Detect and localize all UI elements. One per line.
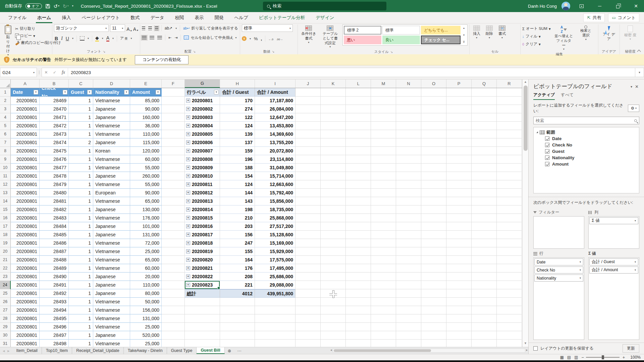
grid-cell[interactable]: [346, 138, 371, 147]
grid-cell[interactable]: [162, 122, 185, 130]
table-cell[interactable]: 1: [69, 306, 93, 314]
grid-cell[interactable]: [396, 239, 421, 247]
pivot-value-cell[interactable]: 176: [220, 264, 255, 273]
grid-cell[interactable]: [371, 105, 396, 113]
grid-cell[interactable]: [162, 88, 185, 97]
grid-cell[interactable]: [396, 197, 421, 205]
grid-cell[interactable]: [396, 264, 421, 273]
table-cell[interactable]: 28486: [40, 239, 69, 247]
grid-cell[interactable]: [396, 323, 421, 331]
underline-button[interactable]: U: [66, 36, 69, 41]
grid-cell[interactable]: [371, 323, 396, 331]
row-header-21[interactable]: 21: [0, 256, 11, 264]
row-header-18[interactable]: 18: [0, 231, 11, 239]
grid-cell[interactable]: [472, 130, 497, 138]
fill-color-button[interactable]: ◆: [95, 35, 99, 42]
table-cell[interactable]: Japanese: [93, 273, 130, 281]
table-cell[interactable]: Vietnamese: [93, 323, 130, 331]
grid-cell[interactable]: [185, 340, 220, 347]
grid-cell[interactable]: [371, 197, 396, 205]
grid-cell[interactable]: [371, 88, 396, 97]
grid-cell[interactable]: [446, 189, 472, 197]
row-header-6[interactable]: 6: [0, 130, 11, 138]
grid-cell[interactable]: [446, 331, 472, 340]
table-cell[interactable]: 1: [69, 281, 93, 289]
row-header-25[interactable]: 25: [0, 289, 11, 298]
grid-cell[interactable]: [321, 231, 346, 239]
pivot-value-cell[interactable]: 14,369,600: [255, 130, 296, 138]
grid-cell[interactable]: [296, 138, 321, 147]
dialog-launcher-icon[interactable]: ↘: [39, 58, 42, 62]
pivot-filter-dropdown-icon[interactable]: ▾: [214, 90, 219, 95]
grid-cell[interactable]: [396, 222, 421, 231]
row-header-13[interactable]: 13: [0, 189, 11, 197]
table-cell[interactable]: 90,000: [130, 189, 162, 197]
grid-cell[interactable]: [296, 180, 321, 189]
table-cell[interactable]: Vietnamese: [93, 239, 130, 247]
grid-cell[interactable]: [321, 298, 346, 306]
grid-cell[interactable]: [220, 314, 255, 323]
row-header-11[interactable]: 11: [0, 172, 11, 180]
grid-cell[interactable]: [321, 205, 346, 214]
grid-cell[interactable]: [346, 88, 371, 97]
collapse-tree-icon[interactable]: [536, 131, 538, 133]
grid-cell[interactable]: [497, 314, 522, 323]
column-header-I[interactable]: I: [255, 79, 296, 88]
borders-button[interactable]: [80, 36, 85, 41]
grid-cell[interactable]: [321, 340, 346, 347]
grid-cell[interactable]: [321, 264, 346, 273]
grid-cell[interactable]: [162, 323, 185, 331]
grid-cell[interactable]: [162, 298, 185, 306]
grid-cell[interactable]: [162, 172, 185, 180]
row-header-4[interactable]: 4: [0, 113, 11, 122]
column-header-C[interactable]: C: [69, 79, 93, 88]
pivot-total-cell[interactable]: 439,951,800: [255, 289, 296, 298]
row-header-31[interactable]: 31: [0, 340, 11, 347]
table-cell[interactable]: 55,000: [130, 164, 162, 172]
autosave-toggle[interactable]: オフ: [25, 3, 42, 9]
grid-cell[interactable]: [421, 214, 446, 222]
grid-cell[interactable]: [321, 273, 346, 281]
grid-cell[interactable]: [497, 323, 522, 331]
grid-cell[interactable]: [296, 97, 321, 105]
column-header-O[interactable]: O: [421, 79, 446, 88]
row-header-7[interactable]: 7: [0, 138, 11, 147]
column-header-P[interactable]: P: [446, 79, 472, 88]
grid-cell[interactable]: [346, 256, 371, 264]
filter-dropdown-icon[interactable]: ▾: [87, 90, 92, 95]
table-cell[interactable]: 20200801: [11, 122, 40, 130]
grid-cell[interactable]: [220, 323, 255, 331]
grid-cell[interactable]: [396, 189, 421, 197]
field-item-Nationality[interactable]: Nationality: [536, 155, 636, 161]
align-left-icon[interactable]: [142, 36, 147, 40]
table-cell[interactable]: 1: [69, 331, 93, 340]
grid-cell[interactable]: [321, 105, 346, 113]
chevron-down-icon[interactable]: ▾: [580, 268, 581, 272]
pane-tab-アクティブ[interactable]: アクティブ: [533, 92, 555, 100]
table-cell[interactable]: 130,000: [130, 205, 162, 214]
table-cell[interactable]: 90,000: [130, 105, 162, 113]
grid-cell[interactable]: [472, 247, 497, 256]
pivot-value-cell[interactable]: 27,517,200: [255, 222, 296, 231]
insert-function-icon[interactable]: fx: [59, 68, 68, 77]
pivot-row-label[interactable]: +20200811: [185, 180, 220, 189]
columns-area-box[interactable]: Σ 値▾: [588, 216, 639, 249]
pivot-row-label[interactable]: +20200814: [185, 205, 220, 214]
grid-cell[interactable]: [446, 281, 472, 289]
vertical-scroll-thumb[interactable]: [524, 85, 528, 151]
pivot-row-label[interactable]: +20200806: [185, 138, 220, 147]
add-sheet-button[interactable]: ⊕: [225, 347, 234, 354]
percent-format-button[interactable]: %: [254, 36, 258, 41]
grid-cell[interactable]: [421, 323, 446, 331]
table-cell[interactable]: 28472: [40, 122, 69, 130]
scroll-down-icon[interactable]: ▼: [524, 342, 527, 346]
table-cell[interactable]: 20200801: [11, 97, 40, 105]
pivot-value-cell[interactable]: 208: [220, 273, 255, 281]
grid-cell[interactable]: [296, 256, 321, 264]
table-cell[interactable]: 28492: [40, 289, 69, 298]
grid-cell[interactable]: [446, 306, 472, 314]
grid-cell[interactable]: [321, 180, 346, 189]
grid-cell[interactable]: [446, 97, 472, 105]
grid-cell[interactable]: [162, 164, 185, 172]
table-cell[interactable]: 60,000: [130, 155, 162, 164]
